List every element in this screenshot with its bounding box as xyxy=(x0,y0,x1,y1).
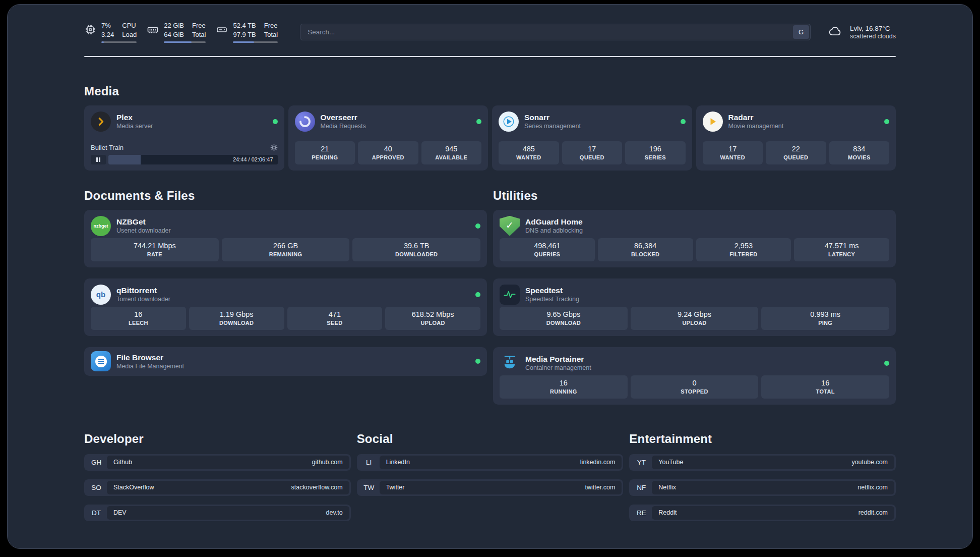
cpu-usage-bar-fill xyxy=(101,41,104,43)
stat-value: 21 xyxy=(297,145,353,153)
stat-label: APPROVED xyxy=(360,154,416,160)
bookmark-github[interactable]: GH Github github.com xyxy=(84,454,351,471)
app-subtitle: DNS and adblocking xyxy=(525,227,583,234)
cpu-label-bottom: Load xyxy=(122,31,137,39)
app-subtitle: Movie management xyxy=(728,123,784,130)
disk-usage-bar-fill xyxy=(233,41,254,43)
app-card-speedtest[interactable]: Speedtest Speedtest Tracking 9.65 Gbps D… xyxy=(493,278,896,336)
section-title-developer: Developer xyxy=(84,432,351,446)
stat-value: 618.52 Mbps xyxy=(387,310,478,318)
app-subtitle: Speedtest Tracking xyxy=(525,296,579,303)
bookmark-youtube[interactable]: YT YouTube youtube.com xyxy=(629,454,896,471)
stat-value: 1.19 Gbps xyxy=(191,310,282,318)
stat-value: 2,953 xyxy=(698,242,789,250)
app-card-qbittorrent[interactable]: qb qBittorrent Torrent downloader 16 LEE… xyxy=(84,278,487,336)
stat-tile: 9.65 Gbps DOWNLOAD xyxy=(500,307,628,330)
radarr-icon xyxy=(703,112,723,132)
bookmark-abbr: YT xyxy=(631,459,652,466)
status-dot xyxy=(475,224,480,229)
app-name: qBittorrent xyxy=(116,286,170,295)
stat-value: 498,461 xyxy=(502,242,593,250)
app-card-portainer[interactable]: Media Portainer Container management 16 … xyxy=(493,347,896,405)
media-grid: Plex Media server Bullet Train xyxy=(84,105,896,171)
bookmark-group-entertainment: Entertainment YT YouTube youtube.com NF … xyxy=(629,432,896,521)
app-card-plex[interactable]: Plex Media server Bullet Train xyxy=(84,105,284,171)
section-documents: Documents & Files nzbget NZBGet Usenet d… xyxy=(84,189,487,405)
app-card-sonarr[interactable]: Sonarr Series management 485 WANTED 17 Q… xyxy=(492,105,692,171)
stat-tile: 945 AVAILABLE xyxy=(421,141,482,164)
disk-label-bottom: Total xyxy=(264,31,278,39)
stat-value: 9.24 Gbps xyxy=(633,310,757,318)
stat-tile: 485 WANTED xyxy=(499,141,559,164)
app-name: Media Portainer xyxy=(525,355,591,364)
stat-value: 485 xyxy=(501,145,557,153)
bookmark-name: Github xyxy=(113,459,132,466)
app-card-radarr[interactable]: Radarr Movie management 17 WANTED 22 QUE… xyxy=(696,105,896,171)
stat-label: UPLOAD xyxy=(633,320,757,326)
bookmark-domain: github.com xyxy=(312,459,343,466)
stat-value: 0.993 ms xyxy=(763,310,887,318)
bookmark-netflix[interactable]: NF Netflix netflix.com xyxy=(629,479,896,496)
disk-usage-bar xyxy=(233,41,278,43)
bookmark-name: Reddit xyxy=(658,509,677,516)
app-card-nzbget[interactable]: nzbget NZBGet Usenet downloader 744.21 M… xyxy=(84,210,487,267)
pause-button[interactable] xyxy=(91,155,106,164)
stat-label: RATE xyxy=(93,251,217,257)
disk-stat: 52.4 TB Free 97.9 TB Total xyxy=(216,22,278,43)
header: 7% CPU 3.24 Load 22 GiB xyxy=(84,22,896,43)
section-title-social: Social xyxy=(357,432,624,446)
bookmark-name: Twitter xyxy=(386,484,405,491)
bookmark-group-developer: Developer GH Github github.com SO StackO… xyxy=(84,432,351,521)
stat-label: PING xyxy=(763,320,887,326)
app-subtitle: Media server xyxy=(116,123,153,130)
weather-location: Lviv, 16.87°C xyxy=(850,25,896,32)
stat-tile: 17 QUEUED xyxy=(562,141,623,164)
stat-tile: 40 APPROVED xyxy=(358,141,418,164)
overseerr-icon xyxy=(295,112,315,132)
bookmarks-section: Developer GH Github github.com SO StackO… xyxy=(84,432,896,521)
cpu-load-value: 3.24 xyxy=(101,31,114,39)
app-card-overseerr[interactable]: Overseerr Media Requests 21 PENDING 40 A… xyxy=(288,105,488,171)
section-utilities: Utilities ✓ AdGuard Home DNS and adblock… xyxy=(493,189,896,405)
stat-label: MOVIES xyxy=(831,154,888,160)
cpu-usage-value: 7% xyxy=(101,22,114,30)
stat-tile: 22 QUEUED xyxy=(766,141,826,164)
memory-usage-bar-fill xyxy=(164,41,192,43)
stat-tile: 471 SEED xyxy=(287,307,383,330)
speedtest-icon xyxy=(500,285,520,305)
app-card-filebrowser[interactable]: File Browser Media File Management xyxy=(84,347,487,376)
playback-progress-bar[interactable]: 24:44 / 02:06:47 xyxy=(108,155,278,164)
stat-label: QUEUED xyxy=(768,154,824,160)
bookmark-reddit[interactable]: RE Reddit reddit.com xyxy=(629,505,896,521)
stat-value: 22 xyxy=(768,145,824,153)
stat-value: 9.65 Gbps xyxy=(502,310,626,318)
bookmark-twitter[interactable]: TW Twitter twitter.com xyxy=(357,479,624,496)
app-name: Overseerr xyxy=(321,113,366,122)
search-input[interactable] xyxy=(300,24,811,40)
adguard-shield-icon: ✓ xyxy=(500,216,520,236)
app-card-adguard[interactable]: ✓ AdGuard Home DNS and adblocking 498,46… xyxy=(493,210,896,267)
bookmark-name: Netflix xyxy=(658,484,676,491)
search-engine-button[interactable]: G xyxy=(793,25,809,39)
stat-tile: 16 RUNNING xyxy=(500,375,628,399)
search-bar: G xyxy=(300,24,811,40)
bookmark-stackoverflow[interactable]: SO StackOverflow stackoverflow.com xyxy=(84,479,351,496)
stat-tile: 834 MOVIES xyxy=(829,141,890,164)
stat-tile: 47.571 ms LATENCY xyxy=(794,238,889,261)
gear-icon[interactable] xyxy=(270,144,278,151)
stat-value: 196 xyxy=(627,145,684,153)
memory-icon xyxy=(147,24,159,36)
stat-tile: 16 LEECH xyxy=(91,307,186,330)
app-subtitle: Usenet downloader xyxy=(116,227,171,234)
stat-value: 471 xyxy=(289,310,381,318)
nzbget-icon: nzbget xyxy=(91,216,111,236)
bookmark-name: YouTube xyxy=(658,459,683,466)
app-name: AdGuard Home xyxy=(525,217,583,227)
bookmark-dev[interactable]: DT DEV dev.to xyxy=(84,505,351,521)
stat-tile: 2,953 FILTERED xyxy=(696,238,791,261)
stat-tile: 266 GB REMAINING xyxy=(222,238,350,261)
bookmark-domain: twitter.com xyxy=(585,484,616,491)
bookmark-linkedin[interactable]: LI LinkedIn linkedin.com xyxy=(357,454,624,471)
stat-value: 17 xyxy=(564,145,621,153)
stat-label: DOWNLOAD xyxy=(191,320,282,326)
